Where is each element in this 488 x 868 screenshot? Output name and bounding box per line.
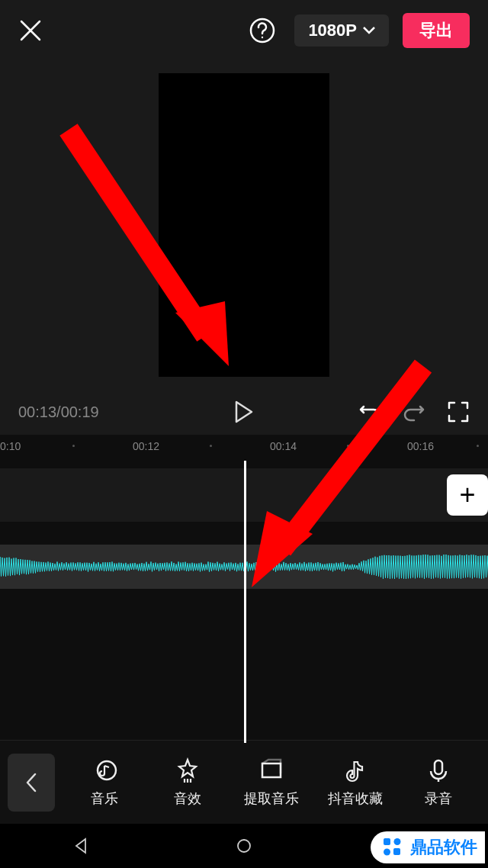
time-display: 00:13/00:19 — [18, 403, 99, 421]
watermark: 鼎品软件 — [371, 831, 485, 863]
chevron-down-icon — [363, 27, 375, 34]
svg-point-1 — [262, 37, 263, 38]
playhead[interactable] — [244, 461, 246, 743]
export-button[interactable]: 导出 — [403, 13, 470, 48]
help-icon[interactable] — [249, 17, 276, 44]
bottom-toolbar: 音乐音效提取音乐抖音收藏录音 — [0, 740, 488, 824]
back-button[interactable] — [8, 754, 55, 812]
svg-point-9 — [384, 849, 390, 856]
plus-icon: + — [459, 479, 475, 511]
tool-label: 抖音收藏 — [328, 789, 383, 808]
tool-effects[interactable]: 音效 — [146, 757, 230, 808]
music-icon — [92, 757, 117, 783]
play-button[interactable] — [234, 400, 254, 423]
add-clip-button[interactable]: + — [447, 474, 488, 516]
nav-home-icon[interactable] — [236, 837, 252, 854]
nav-back-icon[interactable] — [73, 837, 90, 854]
tool-record[interactable]: 录音 — [396, 757, 480, 808]
extract-icon — [258, 757, 284, 783]
tool-label: 音乐 — [91, 789, 118, 808]
svg-rect-4 — [435, 760, 442, 774]
ruler-tick: 00:16 — [407, 440, 434, 452]
svg-point-8 — [394, 838, 401, 845]
effects-icon — [175, 757, 201, 783]
fullscreen-icon[interactable] — [447, 400, 470, 423]
svg-point-2 — [98, 761, 116, 780]
video-preview — [159, 73, 329, 377]
ruler-tick: 00:12 — [133, 440, 159, 452]
ruler-tick: 0:10 — [0, 440, 21, 452]
redo-icon[interactable] — [403, 400, 425, 423]
tool-music[interactable]: 音乐 — [63, 757, 146, 808]
ruler-tick: 00:14 — [270, 440, 297, 452]
svg-point-5 — [238, 840, 250, 852]
svg-rect-3 — [262, 764, 281, 777]
tool-label: 录音 — [425, 789, 452, 808]
resolution-dropdown[interactable]: 1080P — [294, 14, 389, 47]
undo-icon[interactable] — [358, 400, 381, 423]
watermark-icon — [381, 836, 404, 859]
tool-label: 提取音乐 — [244, 789, 299, 808]
tool-douyin[interactable]: 抖音收藏 — [313, 757, 397, 808]
close-icon[interactable] — [18, 18, 43, 43]
watermark-text: 鼎品软件 — [410, 836, 477, 859]
timeline-ruler: 0:1000:1200:1400:16 — [0, 435, 488, 458]
tool-extract[interactable]: 提取音乐 — [230, 757, 313, 808]
video-preview-area[interactable] — [0, 61, 488, 389]
svg-rect-7 — [384, 838, 390, 845]
svg-rect-10 — [393, 848, 400, 855]
resolution-label: 1080P — [308, 21, 357, 40]
timeline[interactable]: 0:1000:1200:1400:16 + — [0, 435, 488, 740]
record-icon — [425, 757, 451, 783]
export-label: 导出 — [419, 21, 453, 40]
tool-label: 音效 — [174, 789, 201, 808]
douyin-icon — [342, 757, 368, 783]
